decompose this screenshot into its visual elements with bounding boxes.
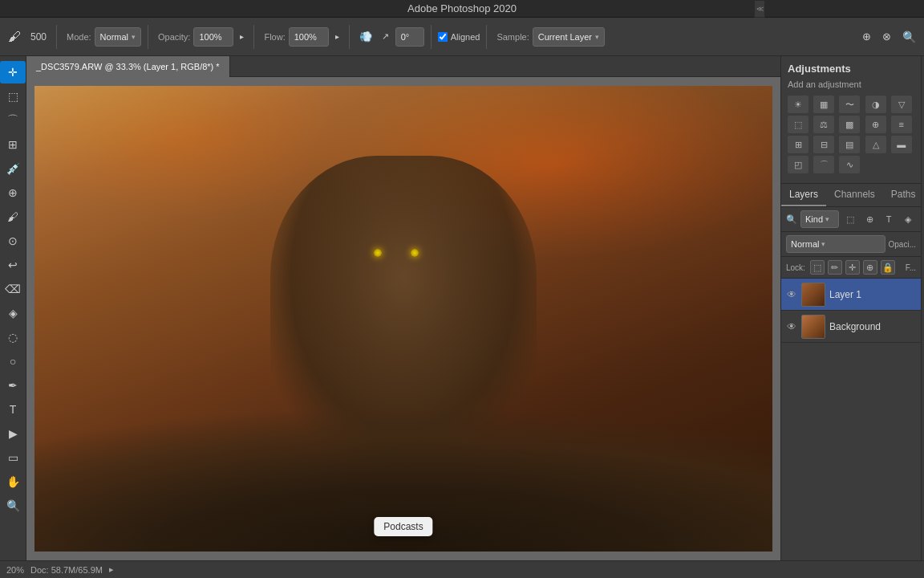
clone-source-icon[interactable]: ⊗ [879,29,894,44]
layer1-thumbnail [801,283,825,307]
right-icons-strip: ▦ ◑ ⬛ T ¶ ✕ [921,56,924,560]
ignore-adjust-icon[interactable]: ⊕ [859,29,874,44]
bw-icon[interactable]: ▩ [839,116,860,133]
flow-arrow-icon[interactable]: ▸ [332,31,342,43]
opacity-label: Opacity: [158,32,190,42]
background-thumb-image [802,315,825,338]
mode-value: Normal [100,32,128,42]
sample-dropdown[interactable]: Current Layer ▾ [533,27,605,47]
shape-tool-button[interactable]: ▭ [0,446,26,469]
curves3-icon[interactable]: ∿ [839,156,860,173]
document-tab-label: _DSC3579.ARW @ 33.3% (Layer 1, RGB/8*) * [36,62,220,71]
podcast-tooltip-label: Podcasts [383,521,423,532]
invert-icon[interactable]: ⊟ [813,136,834,153]
aligned-label: Aligned [451,32,480,42]
lock-artboard-icon[interactable]: ⊕ [863,260,877,275]
photo-filter-icon[interactable]: ⊕ [865,116,886,133]
filter-icon: 🔍 [786,214,797,225]
filter-text-icon[interactable]: T [881,211,897,227]
color-lookup-icon[interactable]: ⊞ [788,136,808,153]
blend-mode-chevron: ▾ [821,240,825,248]
color-balance-icon[interactable]: ⚖ [813,116,834,133]
airbrush-icon[interactable]: 💨 [356,29,375,44]
blur-tool-button[interactable]: ◌ [0,326,26,348]
flow-label: Flow: [264,32,285,42]
posterize-icon[interactable]: ▤ [839,136,860,153]
toolbar-separator-1 [56,25,57,49]
dodge-tool-button[interactable]: ○ [0,350,26,372]
adjustments-subtitle: Add an adjustment [788,79,914,89]
levels-icon[interactable]: ▦ [813,96,834,113]
lock-image-icon[interactable]: ✏ [828,260,842,275]
sample-label: Sample: [496,32,529,42]
status-arrow-icon[interactable]: ▸ [109,564,114,575]
background-visibility-icon[interactable]: 👁 [786,321,797,332]
layers-tabs: Layers Channels Paths [781,184,921,207]
filter-shape-icon[interactable]: ◈ [900,211,916,227]
blend-mode-dropdown[interactable]: Normal ▾ [786,235,886,253]
clone-tool-button[interactable]: ⊙ [0,230,26,252]
canvas-image [34,86,772,552]
threshold-icon[interactable]: △ [865,136,886,153]
kind-filter-value: Kind [805,214,823,224]
canvas-area[interactable]: Podcasts [26,77,780,560]
panel-collapse-button[interactable]: ≪ [754,0,765,18]
spot-heal-tool-button[interactable]: ⊕ [0,181,26,204]
aligned-checkbox[interactable] [438,32,448,42]
exposure-icon[interactable]: ◑ [865,96,886,113]
selective-color-icon[interactable]: ◰ [788,156,808,173]
canvas-column: _DSC3579.ARW @ 33.3% (Layer 1, RGB/8*) * [26,56,780,560]
document-tab[interactable]: _DSC3579.ARW @ 33.3% (Layer 1, RGB/8*) * [26,56,230,77]
angle-input[interactable]: 0° [395,27,424,47]
adjustments-title: Adjustments [788,63,914,75]
text-tool-button[interactable]: T [0,398,26,421]
tab-paths[interactable]: Paths [883,184,924,206]
lock-all-icon[interactable]: 🔒 [881,260,895,275]
mode-dropdown[interactable]: Normal ▾ [95,27,141,47]
opacity-input[interactable]: 100% [193,27,233,47]
background-name: Background [829,321,916,332]
path-select-button[interactable]: ▶ [0,422,26,445]
kind-filter-dropdown[interactable]: Kind ▾ [800,210,839,228]
layer1-visibility-icon[interactable]: 👁 [786,289,797,300]
lock-transparent-icon[interactable]: ⬚ [810,260,825,275]
layer-item-layer1[interactable]: 👁 Layer 1 [781,279,921,311]
zoom-tool-button[interactable]: 🔍 [0,495,26,517]
gradient-map-icon[interactable]: ▬ [891,136,912,153]
vibrance-icon[interactable]: ▽ [891,96,912,113]
paint-bucket-button[interactable]: ◈ [0,302,26,324]
brush-tool-button2[interactable]: 🖌 [0,206,26,228]
curves2-icon[interactable]: ⌒ [813,156,834,173]
pen-tool-button[interactable]: ✒ [0,374,26,397]
fill-label: F... [906,263,916,272]
lasso-tool-button[interactable]: ⌒ [0,109,26,132]
lock-position-icon[interactable]: ✛ [845,260,860,275]
blend-mode-row: Normal ▾ Opaci... [781,232,921,257]
eraser-tool-button[interactable]: ⌫ [0,278,26,300]
search-button[interactable]: 🔍 [899,29,919,45]
eyedropper-tool-button[interactable]: 💉 [0,157,26,180]
toolbar-separator-3 [253,25,254,49]
flow-input[interactable]: 100% [289,27,329,47]
sample-value: Current Layer [538,32,592,42]
hand-tool-button[interactable]: ✋ [0,470,26,493]
move-tool-button[interactable]: ✛ [0,61,26,83]
channel-mixer-icon[interactable]: ≡ [891,116,912,133]
tab-channels[interactable]: Channels [826,184,883,206]
hsl-icon[interactable]: ⬚ [788,116,808,133]
opacity-arrow-icon[interactable]: ▸ [237,31,247,43]
angle-icon[interactable]: ↗ [379,30,392,43]
selection-tool-button[interactable]: ⬚ [0,85,26,108]
layer-item-background[interactable]: 👁 Background [781,311,921,343]
filter-adj-icon[interactable]: ⊕ [861,211,877,227]
curves-icon[interactable]: 〜 [839,96,860,113]
filter-pixel-icon[interactable]: ⬚ [842,211,858,227]
history-brush-button[interactable]: ↩ [0,254,26,276]
layer1-thumb-image [802,283,825,306]
crop-tool-button[interactable]: ⊞ [0,133,26,156]
brush-tool-button[interactable]: 🖌 [5,28,24,46]
tab-layers[interactable]: Layers [781,184,826,206]
layers-filter-row: 🔍 Kind ▾ ⬚ ⊕ T ◈ [781,207,921,232]
brightness-contrast-icon[interactable]: ☀ [788,96,808,113]
background-thumbnail [801,315,825,339]
